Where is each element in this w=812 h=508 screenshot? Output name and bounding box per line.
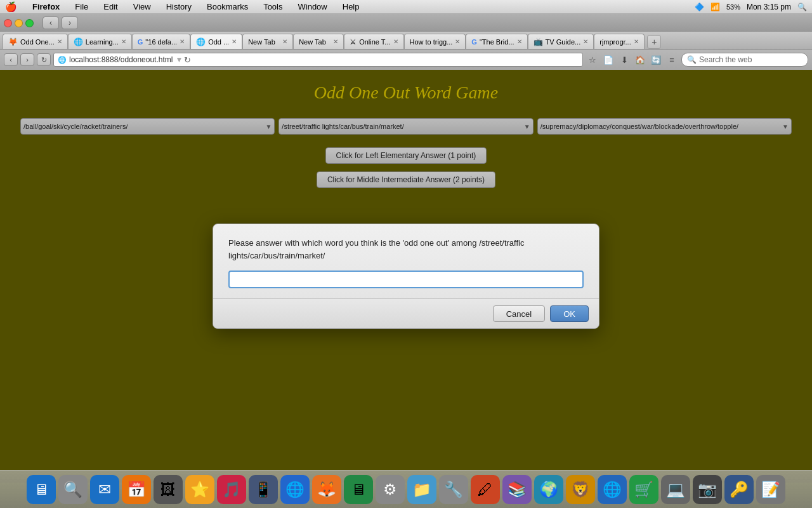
forward-button[interactable]: › [62, 17, 78, 29]
modal-cancel-button[interactable]: Cancel [493, 305, 545, 322]
addr-reload-inline[interactable]: ↻ [184, 55, 191, 65]
maximize-window-button[interactable] [25, 19, 34, 27]
menubar-battery: 53% [726, 3, 740, 11]
dock-icon-iphone[interactable]: 📱 [249, 475, 278, 504]
tab-icon-2: G [138, 38, 143, 46]
menubar: 🍎 Firefox File Edit View History Bookmar… [0, 0, 812, 14]
tab-label-2: "16 defa... [145, 38, 177, 46]
dock-icon-mail[interactable]: ✉ [90, 475, 119, 504]
tab-icon-3: 🌐 [196, 37, 206, 46]
tab-close-2[interactable]: ✕ [180, 38, 185, 45]
home-button[interactable]: 🏠 [633, 53, 647, 66]
menu-help[interactable]: Help [340, 2, 362, 11]
menu-button[interactable]: ≡ [665, 53, 679, 66]
dock-icon-keychain[interactable]: 🔑 [724, 475, 754, 504]
tab-label-7: How to trigg... [410, 38, 453, 46]
new-tab-button[interactable]: + [647, 35, 661, 49]
tab-close-9[interactable]: ✕ [583, 38, 588, 45]
close-window-button[interactable] [4, 19, 12, 27]
menubar-search-icon[interactable]: 🔍 [797, 3, 807, 11]
dock-icon-notes[interactable]: 📝 [756, 475, 785, 504]
tab-how-to[interactable]: How to trigg... ✕ [404, 34, 466, 49]
dock: 🖥 🔍 ✉ 📅 🖼 ⭐ 🎵 📱 🌐 🦊 🖥 ⚙ 📁 🔧 🖊 📚 🌍 🦁 🌐 🛒 … [0, 470, 812, 508]
address-field[interactable]: 🌐 localhost:8888/oddoneout.html ▼ ↻ [53, 53, 583, 67]
toolbar: ‹ › [0, 14, 812, 32]
addr-reload-button[interactable]: ↻ [37, 53, 51, 66]
tab-close-5[interactable]: ✕ [333, 38, 338, 45]
menu-edit[interactable]: Edit [101, 2, 120, 11]
tab-close-7[interactable]: ✕ [455, 38, 460, 45]
modal-dialog: Please answer with which word you think … [213, 224, 599, 329]
apple-menu[interactable]: 🍎 [5, 1, 17, 13]
menu-bookmarks[interactable]: Bookmarks [204, 2, 251, 11]
dock-icon-editor[interactable]: 🖊 [471, 475, 500, 504]
tab-odd-one-1[interactable]: 🦊 Odd One... ✕ [3, 34, 68, 49]
menu-history[interactable]: History [164, 2, 194, 11]
tab-new-1[interactable]: New Tab ✕ [242, 34, 293, 49]
bookmark-star-button[interactable]: ☆ [586, 53, 599, 66]
lock-icon: 🌐 [58, 56, 67, 64]
search-placeholder: Search the web [699, 55, 752, 64]
tab-rjm[interactable]: rjmprogr... ✕ [594, 34, 645, 49]
download-button[interactable]: ⬇ [617, 53, 631, 66]
dock-icon-books[interactable]: 📚 [502, 475, 532, 504]
search-field[interactable]: 🔍 Search the web [681, 53, 808, 67]
dock-icon-globe[interactable]: 🌍 [534, 475, 563, 504]
dock-icon-itunes[interactable]: 🎵 [217, 475, 246, 504]
back-button[interactable]: ‹ [43, 17, 59, 29]
modal-footer: Cancel OK [213, 298, 599, 328]
tab-odd-current[interactable]: 🌐 Odd ... ✕ [190, 34, 242, 49]
dock-icon-system-prefs[interactable]: ⚙ [376, 475, 405, 504]
tab-close-10[interactable]: ✕ [634, 38, 639, 45]
dock-icon-calendar[interactable]: 📅 [122, 475, 151, 504]
dock-icon-terminal[interactable]: 🖥 [344, 475, 373, 504]
modal-message: Please answer with which word you think … [228, 237, 584, 262]
tab-close-0[interactable]: ✕ [57, 38, 62, 45]
tab-close-4[interactable]: ✕ [282, 38, 287, 45]
tab-close-6[interactable]: ✕ [393, 38, 398, 45]
dock-icon-finder[interactable]: 🖥 [27, 475, 56, 504]
dock-icon-chess[interactable]: 🦁 [566, 475, 595, 504]
dock-icon-camera[interactable]: 📷 [693, 475, 722, 504]
tab-new-2[interactable]: New Tab ✕ [293, 34, 344, 49]
dock-icon-photos[interactable]: 🖼 [154, 475, 183, 504]
tab-close-3[interactable]: ✕ [232, 38, 237, 45]
menu-view[interactable]: View [131, 2, 154, 11]
menu-window[interactable]: Window [296, 2, 330, 11]
tab-online-t[interactable]: ⚔ Online T... ✕ [344, 34, 403, 49]
dock-icon-safari[interactable]: 🌐 [280, 475, 310, 504]
minimize-window-button[interactable] [15, 19, 23, 27]
tab-learning[interactable]: 🌐 Learning... ✕ [68, 34, 132, 49]
dock-icon-launchpad[interactable]: ⭐ [185, 475, 214, 504]
menubar-wifi: 📶 [710, 3, 720, 11]
addr-forward-button[interactable]: › [20, 53, 34, 66]
tab-tv-guide[interactable]: 📺 TV Guide... ✕ [528, 34, 594, 49]
addr-dropdown-icon[interactable]: ▼ [175, 55, 183, 64]
dock-icon-utils[interactable]: 🔧 [439, 475, 468, 504]
dock-icon-web[interactable]: 🌐 [598, 475, 627, 504]
addressbar: ‹ › ↻ 🌐 localhost:8888/oddoneout.html ▼ … [0, 50, 812, 70]
tab-icon-0: 🦊 [8, 37, 18, 46]
tab-close-1[interactable]: ✕ [121, 38, 126, 45]
menu-firefox[interactable]: Firefox [30, 2, 62, 11]
modal-ok-button[interactable]: OK [550, 305, 589, 322]
dock-icon-mac[interactable]: 💻 [661, 475, 690, 504]
menu-tools[interactable]: Tools [261, 2, 285, 11]
tab-16-defa[interactable]: G "16 defa... ✕ [132, 34, 190, 49]
menu-file[interactable]: File [72, 2, 91, 11]
dock-icon-store[interactable]: 🛒 [629, 475, 658, 504]
reader-view-button[interactable]: 📄 [601, 53, 615, 66]
dock-icon-firefox[interactable]: 🦊 [312, 475, 341, 504]
tab-icon-8: G [471, 38, 477, 46]
tab-icon-9: 📺 [534, 37, 543, 46]
sync-button[interactable]: 🔄 [649, 53, 663, 66]
tab-label-0: Odd One... [20, 38, 55, 46]
dock-icon-spotlight[interactable]: 🔍 [58, 475, 88, 504]
tab-brid[interactable]: G "The Brid... ✕ [466, 34, 527, 49]
tab-close-8[interactable]: ✕ [517, 38, 522, 45]
dock-icon-finder2[interactable]: 📁 [407, 475, 436, 504]
url-text: localhost:8888/oddoneout.html [69, 55, 173, 64]
modal-input[interactable] [228, 271, 584, 288]
addr-back-button[interactable]: ‹ [4, 53, 18, 66]
page-content: Odd One Out Word Game /ball/goal/ski/cyc… [0, 70, 812, 483]
